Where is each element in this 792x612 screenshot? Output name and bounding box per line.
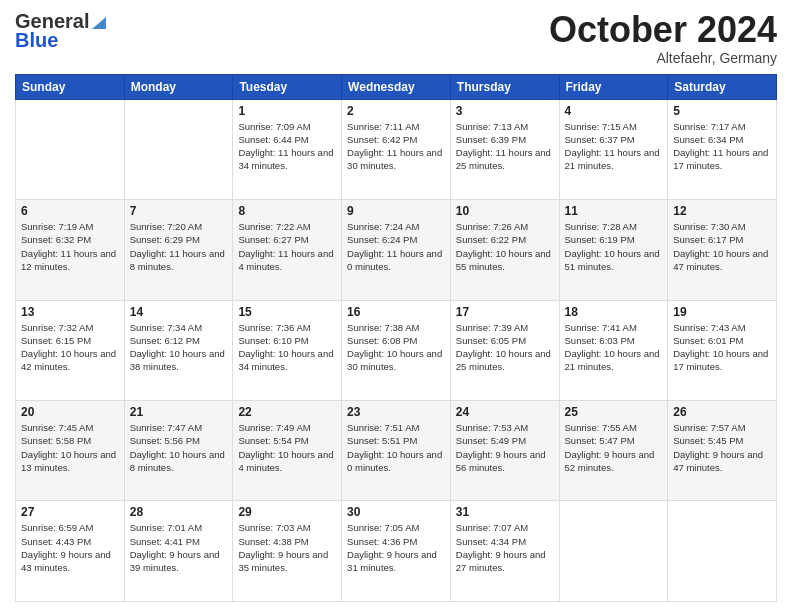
day-number: 14: [130, 305, 228, 319]
table-row: 10Sunrise: 7:26 AMSunset: 6:22 PMDayligh…: [450, 200, 559, 300]
col-monday: Monday: [124, 74, 233, 99]
table-row: 9Sunrise: 7:24 AMSunset: 6:24 PMDaylight…: [342, 200, 451, 300]
day-info: Sunrise: 6:59 AMSunset: 4:43 PMDaylight:…: [21, 521, 119, 574]
day-info: Sunrise: 7:15 AMSunset: 6:37 PMDaylight:…: [565, 120, 663, 173]
page: General Blue October 2024 Altefaehr, Ger…: [0, 0, 792, 612]
day-number: 17: [456, 305, 554, 319]
day-info: Sunrise: 7:07 AMSunset: 4:34 PMDaylight:…: [456, 521, 554, 574]
calendar-week-row: 27Sunrise: 6:59 AMSunset: 4:43 PMDayligh…: [16, 501, 777, 602]
col-saturday: Saturday: [668, 74, 777, 99]
table-row: 17Sunrise: 7:39 AMSunset: 6:05 PMDayligh…: [450, 300, 559, 400]
day-number: 11: [565, 204, 663, 218]
day-info: Sunrise: 7:49 AMSunset: 5:54 PMDaylight:…: [238, 421, 336, 474]
table-row: 12Sunrise: 7:30 AMSunset: 6:17 PMDayligh…: [668, 200, 777, 300]
table-row: 11Sunrise: 7:28 AMSunset: 6:19 PMDayligh…: [559, 200, 668, 300]
day-info: Sunrise: 7:19 AMSunset: 6:32 PMDaylight:…: [21, 220, 119, 273]
table-row: 5Sunrise: 7:17 AMSunset: 6:34 PMDaylight…: [668, 99, 777, 199]
day-number: 24: [456, 405, 554, 419]
day-number: 4: [565, 104, 663, 118]
day-info: Sunrise: 7:03 AMSunset: 4:38 PMDaylight:…: [238, 521, 336, 574]
day-info: Sunrise: 7:38 AMSunset: 6:08 PMDaylight:…: [347, 321, 445, 374]
logo: General Blue: [15, 10, 109, 52]
col-sunday: Sunday: [16, 74, 125, 99]
day-number: 23: [347, 405, 445, 419]
day-number: 16: [347, 305, 445, 319]
day-number: 20: [21, 405, 119, 419]
table-row: 13Sunrise: 7:32 AMSunset: 6:15 PMDayligh…: [16, 300, 125, 400]
day-info: Sunrise: 7:17 AMSunset: 6:34 PMDaylight:…: [673, 120, 771, 173]
day-number: 25: [565, 405, 663, 419]
calendar-week-row: 13Sunrise: 7:32 AMSunset: 6:15 PMDayligh…: [16, 300, 777, 400]
day-number: 31: [456, 505, 554, 519]
day-number: 6: [21, 204, 119, 218]
table-row: [559, 501, 668, 602]
day-info: Sunrise: 7:34 AMSunset: 6:12 PMDaylight:…: [130, 321, 228, 374]
day-info: Sunrise: 7:26 AMSunset: 6:22 PMDaylight:…: [456, 220, 554, 273]
table-row: 8Sunrise: 7:22 AMSunset: 6:27 PMDaylight…: [233, 200, 342, 300]
day-number: 18: [565, 305, 663, 319]
calendar-table: Sunday Monday Tuesday Wednesday Thursday…: [15, 74, 777, 602]
day-info: Sunrise: 7:41 AMSunset: 6:03 PMDaylight:…: [565, 321, 663, 374]
day-number: 26: [673, 405, 771, 419]
day-number: 19: [673, 305, 771, 319]
table-row: 29Sunrise: 7:03 AMSunset: 4:38 PMDayligh…: [233, 501, 342, 602]
table-row: 3Sunrise: 7:13 AMSunset: 6:39 PMDaylight…: [450, 99, 559, 199]
table-row: 22Sunrise: 7:49 AMSunset: 5:54 PMDayligh…: [233, 401, 342, 501]
calendar-header-row: Sunday Monday Tuesday Wednesday Thursday…: [16, 74, 777, 99]
calendar-week-row: 6Sunrise: 7:19 AMSunset: 6:32 PMDaylight…: [16, 200, 777, 300]
day-number: 12: [673, 204, 771, 218]
location-subtitle: Altefaehr, Germany: [549, 50, 777, 66]
day-info: Sunrise: 7:51 AMSunset: 5:51 PMDaylight:…: [347, 421, 445, 474]
day-info: Sunrise: 7:30 AMSunset: 6:17 PMDaylight:…: [673, 220, 771, 273]
calendar-week-row: 20Sunrise: 7:45 AMSunset: 5:58 PMDayligh…: [16, 401, 777, 501]
col-friday: Friday: [559, 74, 668, 99]
table-row: 23Sunrise: 7:51 AMSunset: 5:51 PMDayligh…: [342, 401, 451, 501]
day-number: 2: [347, 104, 445, 118]
day-info: Sunrise: 7:32 AMSunset: 6:15 PMDaylight:…: [21, 321, 119, 374]
day-number: 7: [130, 204, 228, 218]
day-info: Sunrise: 7:55 AMSunset: 5:47 PMDaylight:…: [565, 421, 663, 474]
table-row: 28Sunrise: 7:01 AMSunset: 4:41 PMDayligh…: [124, 501, 233, 602]
day-info: Sunrise: 7:39 AMSunset: 6:05 PMDaylight:…: [456, 321, 554, 374]
table-row: 2Sunrise: 7:11 AMSunset: 6:42 PMDaylight…: [342, 99, 451, 199]
month-title: October 2024: [549, 10, 777, 50]
table-row: 1Sunrise: 7:09 AMSunset: 6:44 PMDaylight…: [233, 99, 342, 199]
col-thursday: Thursday: [450, 74, 559, 99]
table-row: [124, 99, 233, 199]
day-number: 3: [456, 104, 554, 118]
day-number: 22: [238, 405, 336, 419]
table-row: 15Sunrise: 7:36 AMSunset: 6:10 PMDayligh…: [233, 300, 342, 400]
day-info: Sunrise: 7:13 AMSunset: 6:39 PMDaylight:…: [456, 120, 554, 173]
table-row: 4Sunrise: 7:15 AMSunset: 6:37 PMDaylight…: [559, 99, 668, 199]
day-info: Sunrise: 7:47 AMSunset: 5:56 PMDaylight:…: [130, 421, 228, 474]
day-number: 29: [238, 505, 336, 519]
day-info: Sunrise: 7:20 AMSunset: 6:29 PMDaylight:…: [130, 220, 228, 273]
day-number: 13: [21, 305, 119, 319]
day-number: 5: [673, 104, 771, 118]
day-info: Sunrise: 7:01 AMSunset: 4:41 PMDaylight:…: [130, 521, 228, 574]
table-row: 30Sunrise: 7:05 AMSunset: 4:36 PMDayligh…: [342, 501, 451, 602]
day-info: Sunrise: 7:53 AMSunset: 5:49 PMDaylight:…: [456, 421, 554, 474]
day-info: Sunrise: 7:09 AMSunset: 6:44 PMDaylight:…: [238, 120, 336, 173]
day-info: Sunrise: 7:36 AMSunset: 6:10 PMDaylight:…: [238, 321, 336, 374]
day-info: Sunrise: 7:45 AMSunset: 5:58 PMDaylight:…: [21, 421, 119, 474]
title-block: October 2024 Altefaehr, Germany: [549, 10, 777, 66]
logo-blue-text: Blue: [15, 29, 58, 52]
day-number: 21: [130, 405, 228, 419]
table-row: 6Sunrise: 7:19 AMSunset: 6:32 PMDaylight…: [16, 200, 125, 300]
day-info: Sunrise: 7:24 AMSunset: 6:24 PMDaylight:…: [347, 220, 445, 273]
day-info: Sunrise: 7:05 AMSunset: 4:36 PMDaylight:…: [347, 521, 445, 574]
day-info: Sunrise: 7:43 AMSunset: 6:01 PMDaylight:…: [673, 321, 771, 374]
day-number: 9: [347, 204, 445, 218]
day-number: 10: [456, 204, 554, 218]
day-number: 15: [238, 305, 336, 319]
table-row: 25Sunrise: 7:55 AMSunset: 5:47 PMDayligh…: [559, 401, 668, 501]
day-info: Sunrise: 7:57 AMSunset: 5:45 PMDaylight:…: [673, 421, 771, 474]
table-row: 27Sunrise: 6:59 AMSunset: 4:43 PMDayligh…: [16, 501, 125, 602]
table-row: [16, 99, 125, 199]
logo-arrow-icon: [90, 13, 108, 31]
col-wednesday: Wednesday: [342, 74, 451, 99]
table-row: 20Sunrise: 7:45 AMSunset: 5:58 PMDayligh…: [16, 401, 125, 501]
col-tuesday: Tuesday: [233, 74, 342, 99]
table-row: 31Sunrise: 7:07 AMSunset: 4:34 PMDayligh…: [450, 501, 559, 602]
